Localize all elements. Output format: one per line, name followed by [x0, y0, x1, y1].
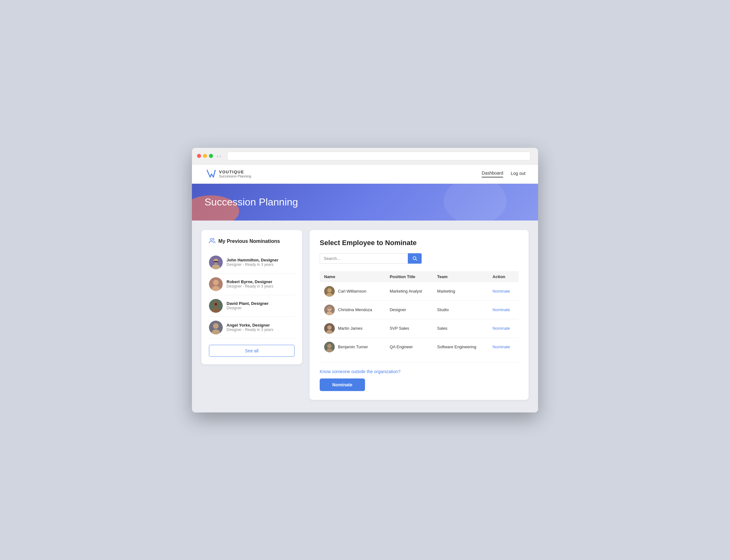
hero-banner: Succession Planning: [192, 184, 538, 221]
employee-name-cell: Benjamin Turner: [324, 342, 381, 352]
employee-table: Name Position Title Team Action: [320, 271, 519, 356]
col-position: Position Title: [385, 271, 433, 282]
close-button[interactable]: [197, 154, 201, 158]
avatar: [324, 305, 335, 315]
cell-action: Nominate: [488, 282, 519, 301]
left-panel: My Previous Nominations John Hammilton, …: [201, 230, 302, 364]
hero-title: Succession Planning: [205, 196, 525, 208]
employee-name: Benjamin Turner: [338, 344, 368, 349]
cell-position: Designer: [385, 300, 433, 319]
nomination-name: Angel Yorke, Designer: [227, 323, 273, 328]
nomination-info: John Hammilton, Designer Designer - Read…: [227, 258, 278, 267]
logo-text: VOUTIQUE Succession Planning: [219, 170, 251, 178]
svg-point-6: [213, 280, 219, 285]
right-panel: Select Employee to Nominate Name Positio…: [310, 230, 529, 400]
search-icon: [412, 256, 417, 261]
cell-name: Christina Mendoza: [320, 300, 385, 319]
cell-position: QA Engineer: [385, 338, 433, 356]
cell-team: Studio: [433, 300, 488, 319]
back-arrow[interactable]: ‹: [217, 154, 218, 159]
nomination-role: Designer: [227, 306, 269, 310]
address-bar[interactable]: [227, 152, 531, 160]
employee-name: Christina Mendoza: [338, 307, 372, 312]
employee-name: Carl Williamson: [338, 289, 366, 294]
select-employee-title: Select Employee to Nominate: [320, 239, 519, 247]
avatar: [324, 342, 335, 352]
col-action: Action: [488, 271, 519, 282]
logo-area: VOUTIQUE Succession Planning: [205, 168, 251, 180]
svg-point-13: [213, 323, 219, 329]
search-button[interactable]: [408, 253, 422, 264]
cell-team: Sales: [433, 319, 488, 338]
app-header: VOUTIQUE Succession Planning Dashboard L…: [192, 165, 538, 184]
main-content: My Previous Nominations John Hammilton, …: [192, 221, 538, 412]
avatar: [209, 255, 223, 269]
forward-arrow[interactable]: ›: [220, 154, 221, 159]
cell-name: Benjamin Turner: [320, 338, 385, 356]
nomination-name: Robert Byrne, Designer: [227, 279, 273, 284]
nomination-list: John Hammilton, Designer Designer - Read…: [209, 252, 295, 339]
outside-org-link[interactable]: Know someone outside the organization?: [320, 369, 519, 374]
cell-name: Carl Williamson: [320, 282, 385, 301]
cell-position: SVP Sales: [385, 319, 433, 338]
nav-logout[interactable]: Log out: [511, 171, 525, 177]
traffic-lights: [197, 154, 213, 158]
avatar: [324, 323, 335, 334]
nomination-role: Designer - Ready in 3 years: [227, 284, 273, 288]
table-row: Benjamin Turner QA Engineer Software Eng…: [320, 338, 519, 356]
logo-icon: [205, 168, 216, 180]
divider: [320, 362, 519, 363]
avatar: [209, 321, 223, 334]
nav-arrows: ‹ ›: [217, 154, 221, 159]
avatar: [209, 299, 223, 313]
svg-point-27: [327, 344, 332, 348]
nominate-button[interactable]: Nominate: [320, 378, 365, 391]
list-item: David Plant, Designer Designer: [209, 295, 295, 317]
minimize-button[interactable]: [203, 154, 207, 158]
col-team: Team: [433, 271, 488, 282]
table-row: Martin James SVP Sales Sales Nominate: [320, 319, 519, 338]
logo-name: VOUTIQUE: [219, 170, 251, 174]
svg-rect-4: [213, 261, 218, 262]
nomination-name: John Hammilton, Designer: [227, 258, 278, 262]
cell-team: Marketing: [433, 282, 488, 301]
nomination-info: David Plant, Designer Designer: [227, 301, 269, 310]
search-input[interactable]: [320, 253, 408, 264]
nominate-link[interactable]: Nominate: [492, 344, 510, 349]
cell-name: Martin James: [320, 319, 385, 338]
panel-title: My Previous Nominations: [218, 238, 280, 244]
cell-position: Marketing Analyst: [385, 282, 433, 301]
cell-team: Software Engineering: [433, 338, 488, 356]
nominate-link[interactable]: Nominate: [492, 326, 510, 331]
table-header: Name Position Title Team Action: [320, 271, 519, 282]
maximize-button[interactable]: [209, 154, 213, 158]
nominate-link[interactable]: Nominate: [492, 307, 510, 312]
nav-dashboard[interactable]: Dashboard: [482, 171, 503, 177]
table-row: Carl Williamson Marketing Analyst Market…: [320, 282, 519, 301]
list-item: Angel Yorke, Designer Designer - Ready i…: [209, 317, 295, 339]
browser-chrome: ‹ ›: [192, 148, 538, 165]
svg-point-11: [215, 303, 217, 305]
cell-action: Nominate: [488, 319, 519, 338]
svg-point-18: [327, 288, 332, 293]
browser-window: ‹ › VOUTIQUE Succession Planning Dashboa…: [192, 148, 538, 412]
header-nav: Dashboard Log out: [482, 171, 525, 177]
svg-point-0: [210, 238, 212, 240]
nomination-role: Designer - Ready in 3 years: [227, 262, 278, 267]
svg-point-21: [327, 307, 332, 311]
logo-subtitle: Succession Planning: [219, 174, 251, 178]
panel-header: My Previous Nominations: [209, 238, 295, 245]
avatar: [209, 277, 223, 291]
list-item: Robert Byrne, Designer Designer - Ready …: [209, 273, 295, 295]
col-name: Name: [320, 271, 385, 282]
nominations-icon: [209, 238, 215, 245]
table-row: Christina Mendoza Designer Studio Nomina…: [320, 300, 519, 319]
nomination-info: Angel Yorke, Designer Designer - Ready i…: [227, 323, 273, 332]
see-all-button[interactable]: See all: [209, 345, 295, 357]
nomination-role: Designer - Ready in 3 years: [227, 328, 273, 332]
nominate-link[interactable]: Nominate: [492, 289, 510, 294]
nomination-info: Robert Byrne, Designer Designer - Ready …: [227, 279, 273, 288]
list-item: John Hammilton, Designer Designer - Read…: [209, 252, 295, 273]
search-row: [320, 253, 519, 264]
table-body: Carl Williamson Marketing Analyst Market…: [320, 282, 519, 356]
